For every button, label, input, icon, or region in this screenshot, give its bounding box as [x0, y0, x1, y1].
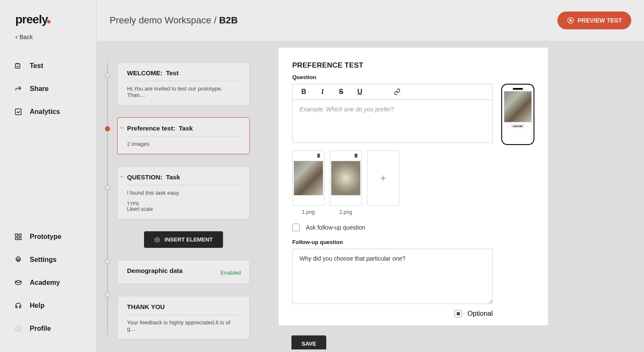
nav-item-prototype[interactable]: Prototype [0, 225, 96, 248]
card-body: 2 images [127, 141, 240, 147]
card-title-prefix: WELCOME: [127, 69, 162, 77]
add-image-button[interactable] [367, 150, 399, 206]
strikethrough-icon[interactable]: S [337, 88, 345, 96]
svg-rect-0 [15, 64, 20, 68]
drag-handle-icon[interactable]: ═ [120, 174, 124, 179]
drag-handle-icon[interactable]: ═ [120, 125, 124, 130]
test-icon [14, 62, 22, 70]
svg-point-7 [15, 326, 21, 332]
image-filename: 1.png [292, 209, 325, 215]
followup-input[interactable]: Why did you choose that particular one? [292, 249, 493, 304]
card-meta-label: TYPE [127, 201, 240, 206]
nav-item-label: Profile [30, 325, 51, 332]
nav-secondary: Prototype Settings Academy Help Profile [0, 222, 96, 343]
nav-item-settings[interactable]: Settings [0, 248, 96, 271]
preview-test-label: PREVIEW TEST [578, 17, 622, 24]
nav-item-test[interactable]: Test [0, 54, 96, 77]
optional-label: Optional [467, 310, 493, 318]
breadcrumb-workspace[interactable]: Preely demo Workspace [110, 15, 211, 26]
enabled-badge: Enabled [220, 270, 241, 276]
card-title: THANK YOU [127, 303, 240, 310]
svg-rect-2 [15, 234, 17, 236]
timeline-dot [105, 185, 110, 190]
timeline-dot [105, 73, 110, 78]
plus-icon [379, 174, 387, 182]
trash-icon[interactable] [316, 153, 322, 159]
question-label: Question [292, 74, 534, 80]
back-link[interactable]: Back [0, 28, 96, 51]
profile-icon [14, 325, 22, 332]
timeline-dot [105, 292, 110, 297]
chevron-left-icon: ‹ [508, 125, 509, 128]
timeline [107, 62, 108, 335]
image-filenames: 1.png 2.png [292, 209, 493, 215]
ask-followup-label: Ask follow-up question [306, 224, 365, 231]
card-body: Hi,You are invited to test our prototype… [127, 85, 240, 98]
nav-item-analytics[interactable]: Analytics [0, 100, 96, 123]
image-filename: 2.png [330, 209, 362, 215]
card-title: Test [166, 69, 179, 77]
card-demographic[interactable]: Demographic data Enabled [117, 260, 250, 284]
editor-toolbar: B I S U [293, 84, 492, 100]
settings-icon [14, 256, 22, 264]
card-body: I found this task easy. [127, 190, 240, 196]
breadcrumb: Preely demo Workspace / B2B [110, 15, 238, 26]
optional-row: Optional [292, 310, 493, 325]
plus-circle-icon [154, 237, 160, 243]
svg-point-6 [17, 259, 20, 261]
question-editor: B I S U Example: Which one do you prefer… [292, 84, 493, 143]
card-preference-test[interactable]: ═ Preference test: Task 2 images [117, 117, 250, 154]
card-title: Task [166, 173, 180, 181]
svg-rect-1 [15, 109, 21, 115]
nav-item-help[interactable]: Help [0, 294, 96, 317]
image-slot-1[interactable] [292, 150, 325, 206]
preference-test-panel: PREFERENCE TEST Question B I S U Example… [279, 48, 548, 325]
panel-heading: PREFERENCE TEST [292, 61, 534, 70]
preview-test-button[interactable]: PREVIEW TEST [557, 11, 631, 29]
bold-icon[interactable]: B [299, 88, 308, 96]
link-icon[interactable] [393, 88, 401, 96]
insert-element-button[interactable]: INSERT ELEMENT [144, 231, 223, 248]
card-question[interactable]: ═ QUESTION: Task I found this task easy.… [117, 166, 250, 219]
timeline-dot-active [105, 126, 110, 131]
device-preview: ‹ CHOOSE › [501, 84, 534, 145]
card-welcome[interactable]: WELCOME: Test Hi,You are invited to test… [117, 62, 250, 105]
card-body: Your feedback is highly appreciated.It i… [127, 319, 240, 332]
nav-primary: Test Share Analytics [0, 51, 96, 127]
italic-icon[interactable]: I [318, 88, 327, 96]
help-icon [14, 302, 22, 309]
insert-element-label: INSERT ELEMENT [164, 236, 212, 243]
card-title-prefix: QUESTION: [127, 173, 162, 181]
device-choose-button: CHOOSE [511, 124, 525, 128]
image-slot-2[interactable] [330, 150, 362, 206]
trash-icon[interactable] [353, 153, 359, 159]
card-meta-value: Likert scale [127, 206, 240, 212]
logo: preely [0, 9, 96, 28]
nav-item-share[interactable]: Share [0, 77, 96, 100]
card-title: Task [179, 125, 193, 132]
device-screen-image [504, 91, 532, 122]
nav-item-profile[interactable]: Profile [0, 317, 96, 340]
nav-item-label: Analytics [30, 108, 60, 116]
nav-item-label: Settings [30, 256, 56, 264]
svg-rect-5 [19, 238, 21, 240]
sidebar: preely Back Test Share Analytics Prototy… [0, 0, 97, 352]
share-icon [14, 85, 22, 93]
followup-label: Follow-up question [292, 239, 493, 245]
nav-item-academy[interactable]: Academy [0, 271, 96, 294]
ask-followup-checkbox[interactable] [292, 224, 300, 231]
optional-checkbox[interactable] [455, 310, 462, 318]
nav-item-label: Prototype [30, 233, 62, 241]
analytics-icon [14, 108, 22, 116]
play-icon [567, 17, 574, 24]
timeline-dot [105, 259, 110, 264]
question-input[interactable]: Example: Which one do you prefer? [293, 100, 492, 142]
device-notch [513, 88, 523, 90]
save-button[interactable]: SAVE [291, 335, 326, 349]
card-thank-you[interactable]: THANK YOU Your feedback is highly apprec… [117, 296, 250, 339]
breadcrumb-sep: / [214, 15, 216, 26]
nav-item-label: Test [30, 62, 43, 70]
prototype-icon [14, 233, 22, 241]
chevron-right-icon: › [527, 125, 528, 128]
underline-icon[interactable]: U [356, 88, 364, 96]
